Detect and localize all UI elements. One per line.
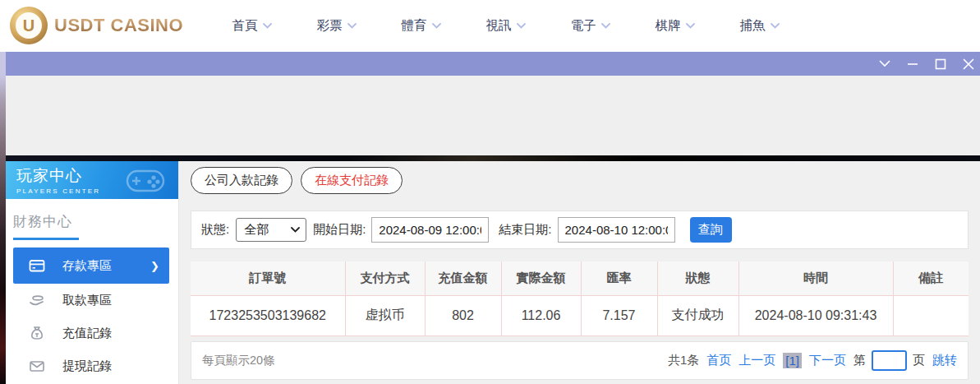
current-page[interactable]: [1] xyxy=(783,353,802,368)
end-date-label: 結束日期: xyxy=(499,222,551,238)
pagination-bar: 每頁顯示20條 共1条 首页 上一页 [1] 下一页 第 页 跳转 xyxy=(191,341,968,380)
start-date-label: 開始日期: xyxy=(313,222,366,238)
status-select[interactable]: 全部 xyxy=(236,218,306,242)
screen: U USDT CASINO 首頁 彩票 體育 視訊 電子 xyxy=(0,0,980,384)
main-content: 公司入款記錄 在線支付記錄 狀態: 全部 開始日期: 結束日期: 查詢 xyxy=(179,161,980,384)
status-label: 狀態: xyxy=(201,222,229,238)
close-icon[interactable] xyxy=(962,58,975,71)
moneybag-icon xyxy=(29,325,45,341)
next-page-link[interactable]: 下一页 xyxy=(809,353,846,368)
nav-menu: 首頁 彩票 體育 視訊 電子 棋牌 xyxy=(209,0,802,52)
page-jump-input[interactable] xyxy=(872,350,907,371)
column-header-pay-method: 支付方式 xyxy=(345,261,425,295)
chevron-down-icon xyxy=(771,23,780,29)
sidebar-section-title: 財務中心 xyxy=(13,212,178,240)
nav-item-sports[interactable]: 體育 xyxy=(379,0,463,52)
column-header-recharge-amount: 充值金額 xyxy=(425,261,501,295)
jump-prefix-label: 第 xyxy=(853,353,866,368)
nav-item-slots[interactable]: 電子 xyxy=(548,0,633,52)
withdraw-hand-icon xyxy=(29,292,45,308)
nav-item-cards[interactable]: 棋牌 xyxy=(633,0,717,52)
sidebar-item-deposit[interactable]: 存款專區 ❯ xyxy=(13,248,169,284)
sidebar-menu: 存款專區 ❯ 取款專區 充值記錄 xyxy=(6,248,178,382)
tab-company-deposit-records[interactable]: 公司入款記錄 xyxy=(191,167,292,194)
window-chevron-icon[interactable] xyxy=(878,58,891,71)
total-count: 共1条 xyxy=(668,353,699,368)
column-header-status: 狀態 xyxy=(657,261,738,295)
cell-order-no: 1723253503139682 xyxy=(191,295,345,335)
sidebar-item-recharge-records[interactable]: 充值記錄 xyxy=(13,317,169,349)
sidebar-item-withdrawal-records[interactable]: 提現記錄 xyxy=(13,349,169,382)
first-page-link[interactable]: 首页 xyxy=(706,353,731,368)
usdt-logo-icon: U xyxy=(10,7,48,44)
nav-item-video[interactable]: 視訊 xyxy=(463,0,548,52)
window-controls xyxy=(878,52,975,76)
jump-button[interactable]: 跳转 xyxy=(932,353,957,368)
sidebar-item-label: 取款專區 xyxy=(62,293,112,308)
query-button[interactable]: 查詢 xyxy=(690,217,732,243)
cell-recharge-amount: 802 xyxy=(425,295,501,335)
nav-item-label: 視訊 xyxy=(486,17,512,35)
table-header-row: 訂單號 支付方式 充值金額 實際金額 匯率 狀態 時間 備註 xyxy=(191,261,968,295)
brand[interactable]: U USDT CASINO xyxy=(10,7,183,44)
chevron-down-icon xyxy=(347,23,357,29)
brand-text: USDT CASINO xyxy=(54,15,183,36)
sidebar-item-label: 充值記錄 xyxy=(62,326,112,341)
cell-remark xyxy=(893,295,968,335)
sidebar-item-label: 存款專區 xyxy=(62,258,112,274)
chevron-right-icon: ❯ xyxy=(150,260,159,272)
tabs: 公司入款記錄 在線支付記錄 xyxy=(191,167,403,194)
end-date-input[interactable] xyxy=(558,217,675,243)
table-row: 1723253503139682 虚拟币 802 112.06 7.157 支付… xyxy=(191,295,968,335)
filter-bar: 狀態: 全部 開始日期: 結束日期: 查詢 xyxy=(191,211,968,249)
chevron-down-icon xyxy=(263,23,272,29)
window-empty-area xyxy=(6,76,980,155)
cell-status: 支付成功 xyxy=(657,295,738,335)
sidebar: 玩家中心 PLAYERS CENTER 財務中心 xyxy=(6,161,179,384)
column-header-time: 時間 xyxy=(738,261,893,295)
envelope-icon xyxy=(29,358,45,374)
status-select-value: 全部 xyxy=(244,222,269,238)
prev-page-link[interactable]: 上一页 xyxy=(738,353,775,368)
nav-item-label: 電子 xyxy=(571,17,596,35)
records-table: 訂單號 支付方式 充值金額 實際金額 匯率 狀態 時間 備註 172325350 xyxy=(191,261,968,336)
gamepad-icon xyxy=(124,164,167,196)
page-size-text: 每頁顯示20條 xyxy=(202,353,275,368)
nav-item-label: 棋牌 xyxy=(656,17,681,35)
nav-item-fishing[interactable]: 捕魚 xyxy=(717,0,802,52)
nav-item-label: 彩票 xyxy=(317,17,343,35)
logo-letter: U xyxy=(16,12,42,39)
tab-online-payment-records[interactable]: 在線支付記錄 xyxy=(301,167,403,194)
background-photo-strip xyxy=(0,52,6,384)
nav-item-label: 首頁 xyxy=(232,17,258,35)
chevron-down-icon xyxy=(432,23,441,29)
cell-actual-amount: 112.06 xyxy=(501,295,581,335)
column-header-rate: 匯率 xyxy=(581,261,657,295)
deposit-card-icon xyxy=(29,257,45,274)
window-titlebar xyxy=(6,52,980,76)
pager: 共1条 首页 上一页 [1] 下一页 第 页 跳转 xyxy=(668,350,957,371)
maximize-icon[interactable] xyxy=(934,58,947,71)
sidebar-section-label: 財務中心 xyxy=(13,214,72,229)
column-header-actual-amount: 實際金額 xyxy=(501,261,581,295)
chevron-down-icon xyxy=(517,23,526,29)
player-center-panel: 玩家中心 PLAYERS CENTER 財務中心 xyxy=(6,161,980,384)
top-navbar: U USDT CASINO 首頁 彩票 體育 視訊 電子 xyxy=(0,0,980,52)
sidebar-header: 玩家中心 PLAYERS CENTER xyxy=(6,161,178,199)
cell-pay-method: 虚拟币 xyxy=(345,295,425,335)
nav-item-lottery[interactable]: 彩票 xyxy=(294,0,379,52)
sidebar-item-label: 提現記錄 xyxy=(62,359,112,374)
nav-item-home[interactable]: 首頁 xyxy=(209,0,294,52)
start-date-input[interactable] xyxy=(371,217,489,243)
sidebar-item-withdraw[interactable]: 取款專區 xyxy=(13,284,169,317)
minimize-icon[interactable] xyxy=(906,58,919,71)
chevron-down-icon xyxy=(601,23,610,29)
cell-time: 2024-08-10 09:31:43 xyxy=(738,295,893,335)
nav-item-label: 體育 xyxy=(402,17,427,35)
cell-rate: 7.157 xyxy=(581,295,657,335)
section-underline xyxy=(13,238,79,240)
column-header-order-no: 訂單號 xyxy=(191,261,345,295)
chevron-down-icon xyxy=(686,23,695,29)
jump-suffix-label: 页 xyxy=(913,353,925,368)
column-header-remark: 備註 xyxy=(893,261,968,295)
